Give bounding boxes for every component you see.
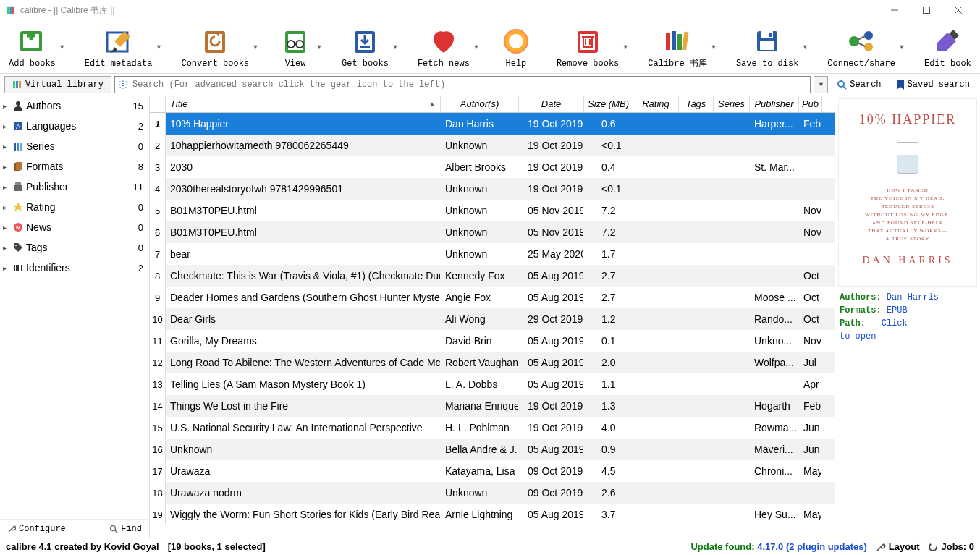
table-row[interactable]: 11Gorilla, My DreamsDavid Brin05 Aug 201… (150, 330, 835, 352)
cell-rating (633, 243, 679, 265)
expand-icon[interactable]: ▸ (3, 143, 10, 151)
svg-point-48 (122, 83, 124, 86)
table-row[interactable]: 15U.S. National Security Law: An Interna… (150, 417, 835, 439)
edit-metadata-button[interactable]: Edit metadata (80, 24, 157, 70)
svg-line-41 (858, 36, 865, 40)
edit-book-button[interactable]: Edit book (920, 24, 976, 70)
meta-formats-link[interactable]: EPUB (887, 305, 908, 315)
sidebar-item-languages[interactable]: ▸ALanguages2 (0, 116, 149, 136)
expand-icon[interactable]: ▸ (3, 102, 10, 110)
calibre-library-button[interactable]: Calibre 书库 (643, 22, 711, 71)
col-author[interactable]: Author(s) (441, 96, 519, 112)
find-button[interactable]: Find (109, 524, 142, 534)
sidebar-item-publisher[interactable]: ▸Publisher11 (0, 177, 149, 197)
get-books-button[interactable]: Get books (337, 24, 393, 70)
table-row[interactable]: 14Things We Lost in the FireMariana Enri… (150, 395, 835, 417)
save-to-disk-button[interactable]: Save to disk (732, 24, 803, 70)
meta-authors-link[interactable]: Dan Harris (887, 292, 939, 302)
table-row[interactable]: 210happierhowitamedth 9780062265449Unkno… (150, 135, 835, 156)
jobs-button[interactable]: Jobs: 0 (928, 541, 974, 552)
sidebar-item-rating[interactable]: ▸Rating0 (0, 197, 149, 217)
sidebar-item-series[interactable]: ▸Series0 (0, 136, 149, 156)
layout-button[interactable]: Layout (876, 541, 920, 552)
table-row[interactable]: 42030therealstoryofwh 9781429996501Unkno… (150, 178, 835, 200)
col-rating[interactable]: Rating (633, 96, 679, 112)
table-row[interactable]: 18Urawaza nodrmUnknown09 Oct 20192.6 (150, 482, 835, 504)
cell-published: Apr (799, 373, 822, 395)
configure-button[interactable]: Configure (7, 524, 66, 534)
search-button[interactable]: Search (831, 76, 887, 93)
row-number: 19 (150, 504, 166, 525)
expand-icon[interactable]: ▸ (3, 224, 10, 232)
expand-icon[interactable]: ▸ (3, 163, 10, 171)
table-row[interactable]: 10Dear GirlsAli Wong29 Oct 20191.2Rando.… (150, 308, 835, 330)
cell-tags (679, 330, 714, 352)
expand-icon[interactable]: ▸ (3, 183, 10, 191)
search-input[interactable] (132, 80, 807, 90)
table-row[interactable]: 9Deader Homes and Gardens (Southern Ghos… (150, 287, 835, 308)
minimize-button[interactable] (879, 0, 911, 20)
table-row[interactable]: 7bearUnknown25 May 20201.7 (150, 243, 835, 265)
expand-icon[interactable]: ▸ (3, 244, 10, 252)
book-cover[interactable]: 10% HAPPIER HOW I TAMEDTHE VOICE IN MY H… (838, 98, 977, 287)
table-row[interactable]: 16UnknownBella Andre & J...05 Aug 20190.… (150, 439, 835, 460)
table-row[interactable]: 5B01M3T0PEU.htmlUnknown05 Nov 20197.2Nov (150, 200, 835, 221)
cell-size: 1.3 (584, 395, 633, 417)
cell-publisher: St. Mar... (750, 156, 799, 178)
row-number: 17 (150, 460, 166, 482)
col-published[interactable]: Pub (799, 96, 822, 112)
convert-books-button[interactable]: Convert books (177, 24, 253, 70)
col-title[interactable]: Title▲ (166, 96, 441, 112)
cell-publisher (750, 221, 799, 243)
sidebar-item-news[interactable]: ▸NNews0 (0, 217, 149, 237)
fetch-news-button[interactable]: Fetch news (413, 24, 474, 70)
remove-books-button[interactable]: Remove books (552, 24, 623, 70)
table-row[interactable]: 8Checkmate: This is War (Travis & Viola,… (150, 265, 835, 287)
cell-title: 2030 (166, 156, 441, 178)
expand-icon[interactable]: ▸ (3, 203, 10, 211)
table-row[interactable]: 6B01M3T0PEU.htmlUnknown05 Nov 20197.2Nov (150, 221, 835, 243)
svg-rect-0 (7, 7, 9, 14)
svg-rect-60 (15, 182, 21, 185)
calibre-library-label: Calibre 书库 (648, 57, 707, 69)
maximize-button[interactable] (911, 0, 942, 20)
cell-published: Jul (799, 352, 822, 373)
col-date[interactable]: Date (519, 96, 584, 112)
identifiers-icon (12, 261, 25, 274)
update-link[interactable]: 4.17.0 (2 plugin updates) (757, 541, 867, 552)
view-button[interactable]: View (274, 24, 317, 70)
table-row[interactable]: 32030Albert Brooks19 Oct 20190.4St. Mar.… (150, 156, 835, 178)
cell-tags (679, 221, 714, 243)
table-row[interactable]: 12Long Road To Abilene: The Western Adve… (150, 352, 835, 373)
category-list: ▸Authors15▸ALanguages2▸Series0▸Formats8▸… (0, 96, 149, 519)
saved-search-button[interactable]: Saved search (890, 76, 976, 93)
cell-series (714, 352, 750, 373)
expand-icon[interactable]: ▸ (3, 122, 10, 130)
expand-icon[interactable]: ▸ (3, 264, 10, 272)
sidebar-item-authors[interactable]: ▸Authors15 (0, 96, 149, 116)
book-table: Title▲ Author(s) Date Size (MB) Rating T… (150, 96, 835, 538)
cell-date: 19 Oct 2019 (519, 178, 584, 200)
virtual-library-button[interactable]: Virtual library (4, 76, 111, 93)
col-tags[interactable]: Tags (679, 96, 714, 112)
sidebar-item-tags[interactable]: ▸Tags0 (0, 237, 149, 258)
connect-share-button[interactable]: Connect/share (823, 24, 900, 70)
cell-author: Dan Harris (441, 113, 519, 135)
table-row[interactable]: 19Wiggly the Worm: Fun Short Stories for… (150, 504, 835, 525)
cell-publisher (750, 265, 799, 287)
sidebar-item-identifiers[interactable]: ▸Identifiers2 (0, 258, 149, 278)
table-row[interactable]: 13Telling Lies (A Sam Mason Mystery Book… (150, 373, 835, 395)
col-publisher[interactable]: Publisher (750, 96, 799, 112)
help-button[interactable]: Help (494, 24, 538, 70)
table-row[interactable]: 17UrawazaKatayama, Lisa09 Oct 20194.5Chr… (150, 460, 835, 482)
cell-date: 05 Aug 2019 (519, 352, 584, 373)
cell-author: Ali Wong (441, 308, 519, 330)
sidebar-item-formats[interactable]: ▸Formats8 (0, 156, 149, 177)
col-series[interactable]: Series (714, 96, 750, 112)
table-row[interactable]: 110% HappierDan Harris19 Oct 20190.6Harp… (150, 113, 835, 135)
gear-icon[interactable] (118, 80, 130, 90)
search-dropdown[interactable]: ▼ (814, 76, 828, 93)
add-books-button[interactable]: Add books (4, 24, 60, 70)
col-size[interactable]: Size (MB) (584, 96, 633, 112)
close-button[interactable] (942, 0, 974, 20)
